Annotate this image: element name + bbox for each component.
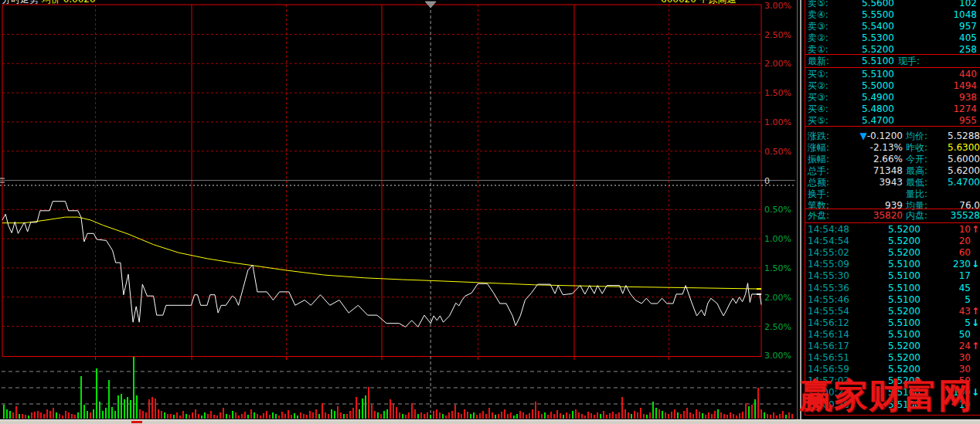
volume-bar — [686, 408, 688, 419]
stat-row[interactable]: 总额:3943最低:5.4700 — [805, 177, 980, 188]
buy-level-row[interactable]: 买③:5.4900938 — [805, 92, 980, 103]
buy-level-row[interactable]: 买②:5.50001494 — [805, 80, 980, 92]
stock-name-clipped: 600020 中原高速 — [661, 0, 737, 6]
stat-row[interactable]: 涨幅:-2.13%昨收:5.6300 — [805, 142, 980, 154]
volume-bar — [618, 412, 620, 419]
volume-bar — [19, 414, 20, 419]
volume-bar — [454, 405, 456, 419]
volume-bar — [87, 411, 88, 419]
trade-row[interactable]: 14:54:485.520010↑ — [805, 224, 980, 236]
panel-divider-light[interactable] — [800, 0, 801, 419]
volume-bar — [204, 412, 206, 419]
down-arrow-icon: ↓ — [971, 259, 980, 270]
stat-row[interactable]: 换手:量比: — [805, 188, 980, 200]
volume-bar — [158, 409, 159, 419]
stat-value-1: 71348 — [805, 165, 903, 177]
volume-bar — [59, 414, 60, 419]
volume-bar — [584, 416, 586, 419]
volume-bar — [680, 414, 682, 419]
volume-bar — [436, 409, 437, 419]
buy-level-volume: 1494 — [805, 80, 977, 92]
sep-below-flow — [805, 222, 980, 223]
trade-row[interactable]: 14:56:145.510050 — [805, 329, 980, 341]
volume-bar — [708, 412, 709, 419]
sell-level-row[interactable]: 卖⑤:5.5600102 — [805, 0, 980, 9]
trade-row[interactable]: 14:55:025.520060 — [805, 247, 980, 259]
sell-level-row[interactable]: 卖④:5.55001048 — [805, 9, 980, 21]
stat-value-1: ▼-0.1200 — [805, 131, 903, 142]
buy-level-row[interactable]: 买①:5.5100440 — [805, 69, 980, 80]
axis-label-down: 2.50% — [764, 322, 791, 332]
volume-bar — [6, 409, 8, 419]
volume-bar — [185, 414, 187, 419]
volume-bar — [306, 415, 308, 419]
buy-level-row[interactable]: 买④:5.48001274 — [805, 103, 980, 115]
trade-volume: 10 — [805, 224, 971, 236]
volume-bar — [182, 411, 184, 419]
volume-bar — [31, 412, 32, 419]
volume-bar — [272, 412, 274, 419]
sell-level-row[interactable]: 卖③:5.5400957 — [805, 21, 980, 32]
axis-label-up: 2.00% — [764, 59, 791, 69]
volume-bar — [538, 411, 539, 419]
trade-row[interactable]: 14:55:095.5100230↓ — [805, 259, 980, 270]
stat-row[interactable]: 振幅:2.66%今开:5.6000 — [805, 154, 980, 165]
trade-row[interactable]: 14:55:365.510045 — [805, 283, 980, 294]
volume-bar — [504, 409, 505, 419]
volume-bar — [192, 412, 193, 419]
volume-bar — [173, 415, 175, 419]
trade-row[interactable]: 14:56:175.520024↑ — [805, 341, 980, 352]
intraday-chart[interactable]: 3.00%2.50%2.00%1.50%1.00%0.50%00.50%1.00… — [0, 0, 796, 419]
trade-volume: 5 — [805, 294, 971, 306]
volume-bar — [742, 412, 744, 419]
down-triangle-icon: ▼ — [859, 131, 866, 141]
trade-row[interactable]: 14:56:125.51005↓ — [805, 317, 980, 329]
latest-price-row[interactable]: 最新: 5.5100 现手: — [805, 56, 980, 67]
volume-bar — [550, 412, 552, 419]
volume-bar — [207, 414, 209, 419]
stat-value-1: -2.13% — [805, 142, 903, 154]
volume-bar — [535, 402, 536, 419]
volume-bar — [108, 380, 110, 419]
sell-level-row[interactable]: 卖②:5.5300405 — [805, 32, 980, 44]
volume-bar — [124, 399, 125, 419]
outer-lot-value: 35820 — [805, 210, 903, 222]
volume-bar — [96, 368, 97, 419]
stat-value-2: 5.4700 — [906, 177, 980, 188]
volume-bar — [458, 412, 459, 419]
outer-inner-row[interactable]: 外盘: 35820 内盘: 35528 — [805, 210, 980, 222]
volume-bar — [37, 411, 39, 419]
volume-bar — [464, 409, 465, 419]
stat-row[interactable]: 总手:71348最高:5.6200 — [805, 165, 980, 177]
volume-bar — [297, 416, 298, 419]
trade-row[interactable]: 14:56:515.520030 — [805, 352, 980, 364]
volume-bar — [572, 411, 573, 419]
bottom-scrollbar[interactable] — [0, 419, 980, 424]
volume-bar — [526, 415, 527, 419]
trade-volume: 5 — [805, 317, 971, 329]
scrollbar-thumb[interactable] — [131, 421, 142, 423]
trade-row[interactable]: 14:55:465.51005 — [805, 294, 980, 306]
buy-level-volume: 955 — [805, 115, 977, 127]
volume-bar — [226, 414, 227, 419]
trade-row[interactable]: 14:54:545.520020 — [805, 236, 980, 247]
volume-bar — [726, 415, 728, 419]
buy-level-volume: 440 — [805, 69, 977, 80]
stat-row[interactable]: 涨跌:▼-0.1200均价:5.5288 — [805, 131, 980, 142]
volume-bar — [556, 410, 558, 419]
volume-bar — [343, 414, 345, 419]
panel-red-border — [805, 0, 805, 415]
stat-label-2: 量比: — [906, 188, 927, 200]
volume-bar — [433, 411, 434, 419]
buy-level-row[interactable]: 买⑤:5.4700955 — [805, 115, 980, 127]
trade-volume: 17 — [805, 270, 971, 282]
volume-bar — [15, 406, 17, 419]
volume-bar — [176, 412, 178, 419]
volume-bar — [399, 412, 400, 419]
sep-below-buys — [805, 126, 980, 127]
volume-bar — [3, 405, 5, 419]
trade-row[interactable]: 14:55:545.520043↑ — [805, 306, 980, 317]
volume-bar — [733, 414, 734, 419]
volume-bar — [739, 413, 740, 419]
trade-row[interactable]: 14:55:305.510017 — [805, 270, 980, 282]
